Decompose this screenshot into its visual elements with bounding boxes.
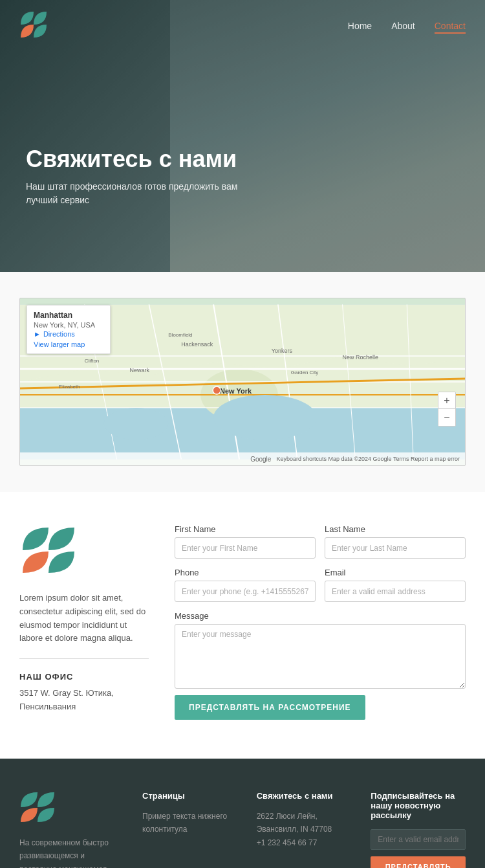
- phone-input[interactable]: [175, 581, 316, 602]
- directions-icon: ►: [34, 330, 41, 338]
- svg-text:New York: New York: [220, 387, 252, 395]
- footer-logo-col: На современном быстро развивающемся и по…: [19, 791, 123, 868]
- map-view-larger-link[interactable]: View larger map: [34, 340, 103, 348]
- map-footer: Google Keyboard shortcuts Map data ©2024…: [20, 452, 465, 465]
- map-zoom-controls: + −: [438, 392, 456, 427]
- contact-left-column: Lorem ipsum dolor sit amet, consectetur …: [19, 524, 149, 720]
- contact-divider: [19, 658, 149, 659]
- firstname-input[interactable]: [175, 537, 316, 559]
- svg-text:Hackensack: Hackensack: [181, 341, 213, 348]
- contact-section: Lorem ipsum dolor sit amet, consectetur …: [0, 492, 485, 759]
- map-directions-link[interactable]: ► Directions: [34, 330, 103, 338]
- svg-point-28: [213, 386, 221, 394]
- footer-contact-col: Свяжитесь с нами 2622 Люси Лейн, Эвансви…: [257, 791, 352, 868]
- footer-newsletter-col: Подписывайтесь на нашу новостную рассылк…: [371, 791, 466, 868]
- footer-contact-title: Свяжитесь с нами: [257, 791, 352, 801]
- nav-home[interactable]: Home: [348, 21, 372, 31]
- newsletter-email-input[interactable]: [371, 829, 466, 850]
- newsletter-submit-button[interactable]: ПРЕДСТАВЛЯТЬ НА РАССМОТРЕНИЕ: [371, 856, 466, 868]
- email-input[interactable]: [325, 581, 466, 602]
- footer-pages-col: Страницы Пример текста нижнего колонтиту…: [142, 791, 237, 868]
- footer-pages-text: Пример текста нижнего колонтитула: [142, 810, 237, 836]
- contact-description: Lorem ipsum dolor sit amet, consectetur …: [19, 592, 149, 645]
- map-place-address: New York, NY, USA: [34, 321, 103, 329]
- nav-logo[interactable]: [19, 10, 48, 41]
- footer-newsletter-form: ПРЕДСТАВЛЯТЬ НА РАССМОТРЕНИЕ: [371, 829, 466, 868]
- map-footer-text: Keyboard shortcuts Map data ©2024 Google…: [276, 456, 460, 462]
- footer-contact-address: 2622 Люси Лейн, Эвансвилл, IN 47708: [257, 810, 352, 836]
- map-container: New York Newark Yonkers New Rochelle Hac…: [19, 298, 466, 466]
- footer-description: На современном быстро развивающемся и по…: [19, 836, 123, 868]
- footer-newsletter-title: Подписывайтесь на нашу новостную рассылк…: [371, 791, 466, 820]
- svg-text:Newark: Newark: [130, 367, 150, 373]
- contact-submit-button[interactable]: ПРЕДСТАВЛЯТЬ НА РАССМОТРЕНИЕ: [175, 695, 365, 720]
- navigation: Home About Contact: [0, 0, 485, 52]
- map-info-box: Manhattan New York, NY, USA ► Directions…: [27, 305, 111, 354]
- hero-title: Свяжитесь с нами: [26, 146, 252, 172]
- nav-contact[interactable]: Contact: [435, 21, 466, 34]
- nav-links: Home About Contact: [348, 20, 466, 32]
- form-group-lastname: Last Name: [325, 524, 466, 559]
- map-zoom-out[interactable]: −: [438, 409, 455, 426]
- lastname-label: Last Name: [325, 524, 466, 534]
- footer-logo: [19, 791, 58, 823]
- map-zoom-in[interactable]: +: [438, 392, 455, 409]
- svg-point-16: [213, 395, 317, 440]
- svg-text:Elizabeth: Elizabeth: [59, 384, 80, 390]
- footer-pages-title: Страницы: [142, 791, 237, 801]
- svg-text:Bloomfield: Bloomfield: [168, 332, 192, 338]
- footer-contact-phone: +1 232 454 66 77: [257, 836, 352, 849]
- email-label: Email: [325, 568, 466, 577]
- form-row-contact: Phone Email: [175, 568, 466, 602]
- nav-about[interactable]: About: [391, 21, 415, 31]
- form-row-name: First Name Last Name: [175, 524, 466, 559]
- phone-label: Phone: [175, 568, 316, 577]
- svg-text:Garden City: Garden City: [291, 370, 319, 375]
- form-group-phone: Phone: [175, 568, 316, 602]
- svg-text:Clifton: Clifton: [85, 358, 100, 364]
- svg-text:Yonkers: Yonkers: [272, 348, 293, 354]
- office-title: НАШ ОФИС: [19, 672, 149, 682]
- form-group-firstname: First Name: [175, 524, 316, 559]
- map-place-name: Manhattan: [34, 311, 103, 320]
- contact-form: First Name Last Name Phone Email: [175, 524, 466, 720]
- message-label: Message: [175, 611, 466, 621]
- contact-logo: [19, 524, 84, 576]
- hero-subtitle: Наш штат профессионалов готов предложить…: [26, 180, 252, 207]
- firstname-label: First Name: [175, 524, 316, 534]
- svg-point-17: [104, 408, 169, 440]
- office-address: 3517 W. Gray St. Ютика, Пенсильвания: [19, 687, 149, 714]
- form-group-email: Email: [325, 568, 466, 602]
- svg-text:New Rochelle: New Rochelle: [343, 354, 378, 361]
- form-group-message: Message: [175, 611, 466, 689]
- map-section: New York Newark Yonkers New Rochelle Hac…: [0, 272, 485, 492]
- lastname-input[interactable]: [325, 537, 466, 559]
- message-textarea[interactable]: [175, 624, 466, 689]
- google-logo: Google: [250, 456, 271, 463]
- footer: На современном быстро развивающемся и по…: [0, 759, 485, 868]
- hero-content: Свяжитесь с нами Наш штат профессионалов…: [26, 146, 252, 207]
